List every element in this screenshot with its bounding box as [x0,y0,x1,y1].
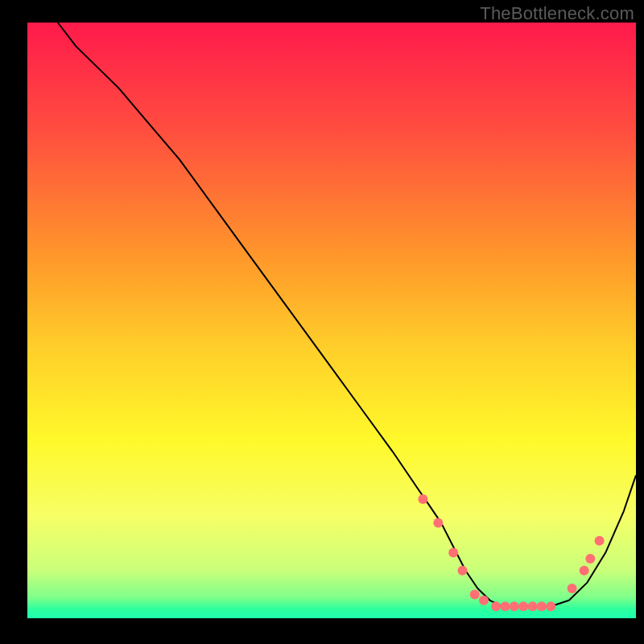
highlight-dot [470,589,480,599]
watermark-text: TheBottleneck.com [480,3,634,24]
highlight-dot [546,601,555,611]
highlight-dot [568,584,577,593]
highlight-dot [510,601,519,611]
highlight-dot [433,518,443,528]
highlight-dot [537,601,547,611]
highlight-dot [479,596,489,605]
highlight-dot [528,601,538,611]
highlight-dot [501,601,510,611]
highlight-dot [585,554,595,564]
highlight-dot [448,548,458,558]
highlight-dot [458,566,468,576]
chart-stage: TheBottleneck.com [0,0,644,644]
highlight-dot [518,601,528,611]
highlight-dot [595,536,605,546]
plot-background [27,23,636,618]
bottleneck-chart [0,0,644,644]
highlight-dot [580,566,589,576]
highlight-dot [418,494,427,504]
highlight-dot [491,601,501,611]
